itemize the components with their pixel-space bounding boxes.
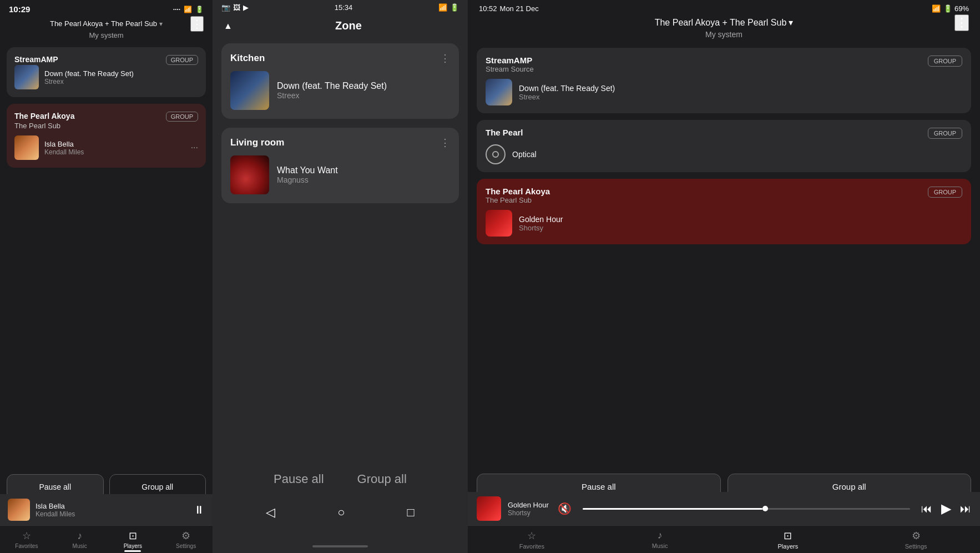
room-track-artist-living: Magnuss <box>277 175 338 184</box>
room-track-artist-kitchen: Streex <box>277 91 387 100</box>
recents-button-mid[interactable]: □ <box>407 505 415 520</box>
battery-icon-mid: 🔋 <box>450 3 459 12</box>
tab-label-players-left: Players <box>124 543 142 549</box>
rs-track-streamamp: Down (feat. The Ready Set) Streex <box>486 79 962 105</box>
section-pearl-akoya: The Pearl Akoya The Pearl Sub GROUP Gold… <box>477 179 971 244</box>
room-track-kitchen: Down (feat. The Ready Set) Streex <box>230 71 450 110</box>
dots-button-pearl[interactable]: ··· <box>191 143 198 153</box>
tab-settings-right[interactable]: ⚙ Settings <box>852 526 980 553</box>
middle-panel: 📷 🖼 ▶ 15:34 📶 🔋 ▲ Zone Kitchen ⋮ Down (f… <box>213 0 468 553</box>
room-name-living: Living room <box>230 137 284 148</box>
tab-music-left[interactable]: ♪ Music <box>53 526 107 553</box>
header-right: The Pearl Akoya + The Pearl Sub ▾ ⋮ <box>468 15 980 29</box>
play-button-right[interactable]: ▶ <box>941 501 951 516</box>
favorites-icon-left: ☆ <box>22 530 31 542</box>
zone-arrow-up[interactable]: ▲ <box>224 21 233 31</box>
room-card-kitchen[interactable]: Kitchen ⋮ Down (feat. The Ready Set) Str… <box>221 43 459 119</box>
group-button-rs-akoya[interactable]: GROUP <box>928 187 962 198</box>
rs-subtitle-akoya: The Pearl Sub <box>486 196 550 204</box>
slider-fill-right <box>583 508 763 510</box>
playback-controls-right: ⏮ ▶ ⏭ <box>921 501 971 516</box>
prev-button-right[interactable]: ⏮ <box>921 502 932 515</box>
tab-settings-left[interactable]: ⚙ Settings <box>159 526 213 553</box>
group-button-pearl[interactable]: GROUP <box>166 112 198 122</box>
battery-icon-left: 🔋 <box>195 6 204 13</box>
now-playing-bar-right: Golden Hour Shortsy 🔇 ⏮ ▶ ⏭ <box>468 492 980 525</box>
tab-label-music-right: Music <box>652 542 668 549</box>
signal-icon: ···· <box>173 6 180 13</box>
tab-favorites-right[interactable]: ☆ Favorites <box>468 526 596 553</box>
rs-track-optical-label: Optical <box>512 150 537 159</box>
group-all-button-mid[interactable]: Group all <box>357 472 407 486</box>
track-artist-streamamp: Streex <box>44 78 134 86</box>
mute-icon-right[interactable]: 🔇 <box>558 502 572 515</box>
back-button-mid[interactable]: ◁ <box>266 505 275 520</box>
tab-favorites-left[interactable]: ☆ Favorites <box>0 526 53 553</box>
tab-players-left[interactable]: ⊡ Players <box>107 526 160 553</box>
rs-header-streamamp: StreamAMP Stream Source GROUP <box>486 56 962 73</box>
settings-icon-left: ⚙ <box>181 530 190 542</box>
zone-selector-right[interactable]: The Pearl Akoya + The Pearl Sub ▾ <box>655 17 794 28</box>
right-right-status: 📶 🔋 69% <box>932 4 969 13</box>
rs-names-streamamp: StreamAMP Stream Source <box>486 56 534 73</box>
room-card-living[interactable]: Living room ⋮ What You Want Magnuss <box>221 128 459 203</box>
zone-name-right: The Pearl Akoya + The Pearl Sub <box>655 18 787 28</box>
next-button-right[interactable]: ⏭ <box>960 502 971 515</box>
players-icon-right: ⊡ <box>784 530 792 542</box>
tab-players-right[interactable]: ⊡ Players <box>724 526 852 553</box>
room-header-kitchen: Kitchen ⋮ <box>230 52 450 64</box>
wifi-icon-right: 📶 <box>932 4 941 13</box>
image-icon-mid: 🖼 <box>233 3 240 12</box>
rs-track-info-streamamp: Down (feat. The Ready Set) Streex <box>519 84 615 101</box>
more-menu-button-left[interactable]: ⋮ <box>190 16 204 32</box>
track-title-pearl: Isla Bella <box>44 140 84 148</box>
group-button-rs-streamamp[interactable]: GROUP <box>928 56 962 67</box>
rs-track-akoya: Golden Hour Shortsy <box>486 210 962 237</box>
settings-icon-right: ⚙ <box>912 530 921 542</box>
rs-names-optical: The Pearl <box>486 128 523 137</box>
track-thumb-streamamp <box>14 65 39 89</box>
room-header-living: Living room ⋮ <box>230 137 450 149</box>
np-artist-left: Kendall Miles <box>36 510 75 518</box>
tab-label-players-right: Players <box>778 543 799 550</box>
room-track-title-living: What You Want <box>277 165 338 175</box>
pause-all-button-mid[interactable]: Pause all <box>274 472 324 486</box>
group-button-rs-optical[interactable]: GROUP <box>928 128 962 139</box>
rs-title-streamamp: StreamAMP <box>486 56 534 65</box>
np-artist-right: Shortsy <box>508 509 549 517</box>
android-nav: ◁ ○ □ <box>213 500 468 525</box>
home-button-mid[interactable]: ○ <box>337 505 345 520</box>
status-bar-right: 10:52 Mon 21 Dec 📶 🔋 69% <box>468 0 980 15</box>
volume-slider-right[interactable] <box>583 508 910 510</box>
players-icon-left: ⊡ <box>129 530 137 542</box>
track-artist-pearl: Kendall Miles <box>44 148 84 156</box>
zone-selector-left[interactable]: The Pearl Akoya + The Pearl Sub ▾ <box>50 19 163 28</box>
pearl-sub-name: The Pearl Sub <box>14 122 198 130</box>
np-thumb-left <box>8 499 30 521</box>
pause-button-np-left[interactable]: ⏸ <box>194 504 205 516</box>
zone-card-streamamp[interactable]: StreamAMP GROUP Down (feat. The Ready Se… <box>7 47 206 97</box>
rs-header-optical: The Pearl GROUP <box>486 128 962 139</box>
mid-left-icons: 📷 🖼 ▶ <box>221 3 249 12</box>
camera-icon-mid: 📷 <box>221 3 230 12</box>
tab-label-settings-left: Settings <box>176 543 196 549</box>
track-info-pearl: Isla Bella Kendall Miles <box>44 140 84 156</box>
zone-card-pearl[interactable]: The Pearl Akoya The Pearl Sub GROUP Isla… <box>7 104 206 168</box>
rs-header-akoya: The Pearl Akoya The Pearl Sub GROUP <box>486 187 962 204</box>
right-panel: 10:52 Mon 21 Dec 📶 🔋 69% The Pearl Akoya… <box>468 0 980 553</box>
room-more-kitchen[interactable]: ⋮ <box>440 52 450 64</box>
group-button-streamamp[interactable]: GROUP <box>166 55 198 65</box>
rs-track-info-optical: Optical <box>512 150 537 159</box>
time-left: 10:29 <box>9 4 30 14</box>
tab-label-favorites-right: Favorites <box>519 543 544 550</box>
time-right: 10:52 <box>479 4 497 13</box>
music-icon-right: ♪ <box>658 530 663 541</box>
tab-music-right[interactable]: ♪ Music <box>596 526 724 553</box>
room-name-kitchen: Kitchen <box>230 53 265 64</box>
wifi-icon-left: 📶 <box>184 6 192 13</box>
more-menu-button-right[interactable]: ⋮ <box>954 14 969 31</box>
tab-bar-left: ☆ Favorites ♪ Music ⊡ Players ⚙ Settings <box>0 525 213 553</box>
right-left-status: 10:52 Mon 21 Dec <box>479 4 539 13</box>
optical-icon <box>486 144 506 164</box>
room-more-living[interactable]: ⋮ <box>440 137 450 149</box>
